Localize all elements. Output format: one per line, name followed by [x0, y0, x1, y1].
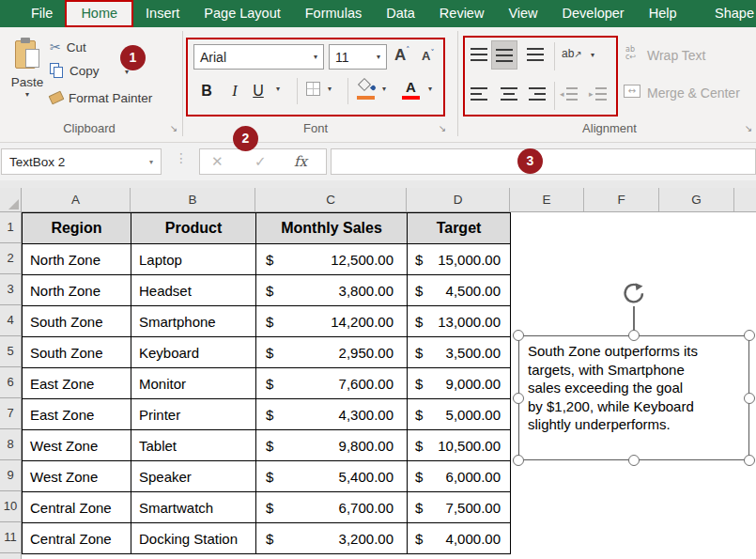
- name-box-dropdown-caret[interactable]: ▾: [149, 158, 153, 166]
- cell-B6[interactable]: Monitor: [131, 368, 256, 399]
- resize-handle-bottom-center[interactable]: [628, 455, 640, 466]
- cell-A6[interactable]: East Zone: [23, 368, 131, 399]
- bold-button[interactable]: B: [195, 79, 218, 103]
- align-right-button[interactable]: [529, 87, 546, 101]
- bottom-align-button[interactable]: [527, 48, 544, 61]
- cell-B5[interactable]: Keyboard: [131, 337, 256, 368]
- cell-B7[interactable]: Printer: [131, 399, 256, 430]
- cell-B8[interactable]: Tablet: [131, 430, 256, 461]
- cell-C3[interactable]: $3,800.00: [256, 275, 408, 306]
- resize-handle-bottom-left[interactable]: [513, 455, 524, 466]
- cell-D10[interactable]: $7,500.00: [408, 492, 511, 523]
- merge-center-button[interactable]: Merge & Center: [647, 85, 740, 101]
- select-all-corner[interactable]: [0, 188, 22, 211]
- cell-C8[interactable]: $9,800.00: [256, 430, 408, 461]
- italic-button[interactable]: I: [224, 79, 246, 103]
- cell-B11[interactable]: Docking Station: [131, 523, 256, 554]
- increase-indent-button[interactable]: ▸: [589, 87, 608, 101]
- cell-A10[interactable]: Central Zone: [23, 492, 131, 523]
- cell-D3[interactable]: $4,500.00: [408, 275, 511, 306]
- tab-review[interactable]: Review: [427, 0, 497, 27]
- cell-C1[interactable]: Monthly Sales: [256, 213, 408, 244]
- cell-A5[interactable]: South Zone: [23, 337, 131, 368]
- enter-icon[interactable]: ✓: [255, 149, 267, 174]
- row-header-10[interactable]: 10: [0, 491, 22, 522]
- cell-C2[interactable]: $12,500.00: [256, 244, 408, 275]
- row-header-9[interactable]: 9: [0, 460, 22, 491]
- orientation-button[interactable]: ab↗: [562, 47, 582, 60]
- row-header-11[interactable]: 11: [0, 522, 22, 553]
- cell-D9[interactable]: $6,000.00: [408, 461, 511, 492]
- tab-home[interactable]: Home: [65, 0, 133, 27]
- cell-D6[interactable]: $9,000.00: [408, 368, 511, 399]
- formula-input[interactable]: [331, 148, 756, 175]
- paste-icon[interactable]: [13, 38, 43, 71]
- font-name-combo[interactable]: Arial ▾: [193, 44, 324, 70]
- rotation-handle-icon[interactable]: [622, 282, 646, 310]
- underline-dropdown-caret[interactable]: ▾: [276, 85, 280, 93]
- cell-C10[interactable]: $6,700.00: [256, 492, 408, 523]
- tab-shape-format[interactable]: Shape: [702, 0, 756, 27]
- resize-handle-bottom-right[interactable]: [744, 455, 755, 466]
- tab-help[interactable]: Help: [637, 0, 689, 27]
- copy-button[interactable]: Copy: [50, 61, 100, 80]
- align-left-button[interactable]: [471, 87, 487, 101]
- cell-C6[interactable]: $7,600.00: [256, 368, 408, 399]
- resize-handle-top-right[interactable]: [744, 330, 755, 341]
- textbox-shape[interactable]: South Zone outperforms its targets, with…: [518, 335, 749, 460]
- cell-D4[interactable]: $13,000.00: [408, 306, 511, 337]
- font-size-combo[interactable]: 11 ▾: [329, 44, 387, 70]
- cell-D7[interactable]: $5,000.00: [408, 399, 511, 430]
- cell-B4[interactable]: Smartphone: [131, 306, 256, 337]
- underline-button[interactable]: U: [250, 79, 267, 103]
- cell-B1[interactable]: Product: [131, 213, 256, 244]
- tab-developer[interactable]: Developer: [550, 0, 637, 27]
- tab-page-layout[interactable]: Page Layout: [192, 0, 292, 27]
- font-color-icon[interactable]: A: [406, 79, 416, 95]
- fill-color-dropdown-caret[interactable]: ▾: [382, 85, 386, 93]
- col-header-D[interactable]: D: [407, 188, 510, 211]
- cell-B10[interactable]: Smartwatch: [131, 492, 256, 523]
- row-header-12-partial[interactable]: [0, 553, 22, 559]
- col-header-F[interactable]: F: [584, 188, 659, 211]
- row-header-8[interactable]: 8: [0, 429, 22, 460]
- row-header-1[interactable]: 1: [0, 212, 22, 243]
- cell-A7[interactable]: East Zone: [23, 399, 131, 430]
- tab-file[interactable]: File: [19, 0, 65, 27]
- insert-function-icon[interactable]: fx: [294, 149, 307, 174]
- cell-A1[interactable]: Region: [23, 213, 131, 244]
- cell-D1[interactable]: Target: [408, 213, 511, 244]
- cell-B2[interactable]: Laptop: [131, 244, 256, 275]
- top-align-button[interactable]: [471, 48, 487, 61]
- alignment-dialog-launcher-icon[interactable]: ↘: [742, 121, 755, 134]
- cancel-icon[interactable]: ✕: [211, 149, 224, 174]
- clipboard-dialog-launcher-icon[interactable]: ↘: [167, 121, 180, 134]
- cell-A2[interactable]: North Zone: [23, 244, 131, 275]
- middle-align-button[interactable]: [491, 40, 517, 70]
- name-box[interactable]: TextBox 2 ▾: [1, 148, 162, 175]
- paste-button[interactable]: Paste: [0, 75, 54, 89]
- col-header-C[interactable]: C: [255, 188, 407, 211]
- center-button[interactable]: [501, 87, 517, 101]
- decrease-font-size-button[interactable]: A˅: [422, 49, 434, 63]
- cut-button[interactable]: ✂ Cut: [50, 38, 86, 56]
- cell-D11[interactable]: $4,000.00: [408, 523, 511, 554]
- fill-color-icon[interactable]: [357, 79, 376, 100]
- row-header-4[interactable]: 4: [0, 305, 22, 336]
- col-header-E[interactable]: E: [510, 188, 584, 211]
- cell-D8[interactable]: $10,500.00: [408, 430, 511, 461]
- cell-C9[interactable]: $5,400.00: [256, 461, 408, 492]
- cell-C5[interactable]: $2,950.00: [256, 337, 408, 368]
- col-header-A[interactable]: A: [22, 188, 131, 211]
- cell-B3[interactable]: Headset: [131, 275, 256, 306]
- borders-icon[interactable]: [306, 82, 320, 96]
- cell-A8[interactable]: West Zone: [23, 430, 131, 461]
- cell-A4[interactable]: South Zone: [23, 306, 131, 337]
- cell-D2[interactable]: $15,000.00: [408, 244, 511, 275]
- cell-A9[interactable]: West Zone: [23, 461, 131, 492]
- cell-A3[interactable]: North Zone: [23, 275, 131, 306]
- tab-data[interactable]: Data: [374, 0, 427, 27]
- format-painter-button[interactable]: Format Painter: [50, 88, 152, 107]
- cell-C11[interactable]: $3,200.00: [256, 523, 408, 554]
- cell-D5[interactable]: $3,500.00: [408, 337, 511, 368]
